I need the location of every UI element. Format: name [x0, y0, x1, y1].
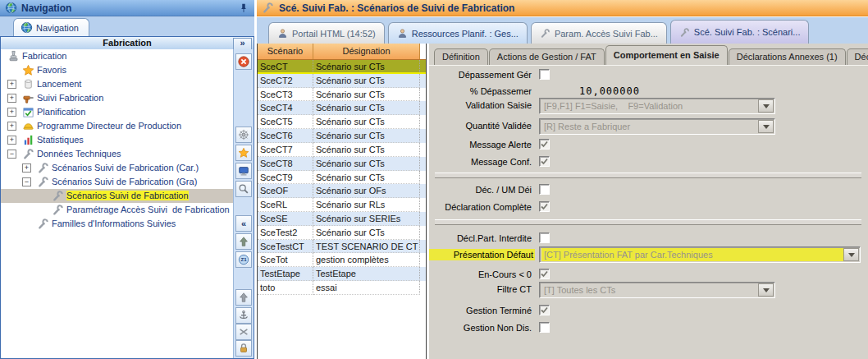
grid-row[interactable]: SceTotgestion complètes	[258, 253, 426, 267]
expand-toggle-icon[interactable]: +	[7, 80, 16, 89]
tree-item[interactable]: +Scénarios Suivi de Fabrication (Car.)	[1, 161, 233, 175]
tree-item-label: Scénarios Suivi de Fabrication (Gra)	[52, 177, 197, 186]
expand-toggle-icon[interactable]: +	[7, 136, 16, 145]
checkbox-checked[interactable]	[539, 201, 550, 212]
tree-item[interactable]: +Planification	[1, 105, 233, 119]
form-tab[interactable]: Déclarations	[847, 48, 868, 65]
dropdown-arrow-button[interactable]	[758, 283, 774, 297]
grid-row[interactable]: SceCT6Scénario sur CTs	[258, 129, 426, 143]
document-tab[interactable]: Portail HTML (14:52)	[268, 22, 385, 44]
expand-toggle-icon[interactable]: +	[7, 122, 16, 131]
checkbox-unchecked[interactable]	[539, 69, 550, 80]
tree-item[interactable]: Familles d'Informations Suivies	[1, 217, 233, 231]
arrow-up-gray-icon	[238, 292, 249, 303]
grid-row[interactable]: SceCT3Scénario sur CTs	[258, 88, 426, 102]
grid-row[interactable]: SceCT4Scénario sur CTs	[258, 101, 426, 115]
magnifier-button[interactable]	[235, 181, 252, 197]
dropdown-value: [R] Reste a Fabriquer	[541, 120, 759, 133]
grid-row[interactable]: SceTestCTTEST SCENARIO DE CT	[258, 240, 426, 254]
tab-navigation[interactable]: Navigation	[13, 18, 89, 36]
tree-item[interactable]: +Programme Directeur de Production	[1, 119, 233, 133]
grid-row[interactable]: SceCT7Scénario sur CTs	[258, 143, 426, 157]
lock-button[interactable]	[235, 340, 252, 357]
launch-icon	[22, 78, 34, 90]
wheel-button[interactable]	[235, 127, 252, 143]
zoom-z1-button[interactable]: Z1	[235, 251, 252, 268]
checkbox-unchecked[interactable]	[539, 184, 550, 195]
wrench-icon	[679, 27, 690, 38]
grid-cell-designation: Scénario sur CTs	[313, 226, 420, 240]
form-tab[interactable]: Comportement en Saisie	[605, 45, 728, 65]
document-tab[interactable]: Scé. Suivi Fab. : Scénari...	[670, 20, 810, 44]
tree-item[interactable]: Favoris	[1, 63, 233, 77]
checkbox-checked[interactable]	[539, 269, 550, 279]
form-tab[interactable]: Actions de Gestion / FAT	[489, 48, 605, 65]
navigation-title-bar: Navigation	[0, 0, 254, 16]
grid-row[interactable]: SceCTScénario sur CTs	[258, 60, 426, 74]
arrow-up-green-button[interactable]	[235, 233, 252, 250]
grid-cell-scenario: SceCT2	[258, 74, 313, 88]
pin-icon[interactable]	[238, 2, 249, 14]
grid-row[interactable]: SceCT5Scénario sur CTs	[258, 115, 426, 129]
grid-row[interactable]: SceCT2Scénario sur CTs	[258, 74, 426, 88]
chevrons-left-button[interactable]: «	[235, 215, 252, 232]
document-tab[interactable]: Ressources Planif. : Ges...	[388, 22, 528, 44]
dropdown-disabled[interactable]: [F9,F1] F1=Saisie, F9=Validation	[539, 98, 775, 114]
tree-item[interactable]: −Données Techniques	[1, 147, 233, 161]
wrench-icon	[52, 190, 64, 202]
expand-toggle-icon[interactable]: +	[7, 108, 16, 117]
arrow-up-gray-button[interactable]	[235, 289, 252, 306]
star-button[interactable]	[235, 145, 252, 161]
form-tab[interactable]: Définition	[434, 48, 488, 65]
close-red-button[interactable]	[235, 53, 252, 70]
anchor-icon	[238, 310, 249, 321]
expand-panel-button[interactable]: »	[233, 38, 252, 50]
tree-item[interactable]: +Suivi Fabrication	[1, 91, 233, 105]
dropdown-disabled[interactable]: [R] Reste a Fabriquer	[539, 118, 775, 135]
tree-item[interactable]: Paramétrage Accès Suivi de Fabrication	[1, 203, 233, 217]
x-mark-button[interactable]	[235, 324, 252, 340]
dropdown-arrow-button[interactable]	[758, 120, 774, 133]
scenario-form-panel: DéfinitionActions de Gestion / FATCompor…	[429, 44, 868, 359]
anchor-button[interactable]	[235, 307, 252, 324]
grid-column-header[interactable]: Scénario	[258, 44, 313, 59]
grid-row[interactable]: SceOFScénario sur OFs	[258, 184, 426, 198]
document-title-bar: Scé. Suivi Fab. : Scénarios de Suivi de …	[257, 0, 868, 16]
chevron-down-icon	[848, 253, 855, 257]
checkbox-checked[interactable]	[539, 139, 550, 150]
document-tab-label: Scé. Suivi Fab. : Scénari...	[694, 27, 801, 37]
tree-item[interactable]: Scénarios Suivi de Fabrication	[1, 189, 233, 203]
grid-cell-scenario: SceTest2	[258, 226, 313, 240]
checkbox-unchecked[interactable]	[539, 232, 550, 243]
grid-row[interactable]: SceTest2Scénario sur CTs	[258, 226, 426, 240]
checkbox-unchecked[interactable]	[539, 322, 550, 333]
grid-row[interactable]: TestEtapeTestEtape	[258, 267, 426, 281]
form-tab[interactable]: Déclarations Annexes (1)	[729, 48, 846, 65]
grid-row[interactable]: totoessai	[258, 281, 426, 295]
tree-item[interactable]: +Statistiques	[1, 133, 233, 147]
collapse-toggle-icon[interactable]: −	[22, 177, 31, 186]
tree-item[interactable]: +Lancement	[1, 77, 233, 91]
tree-item[interactable]: −Scénarios Suivi de Fabrication (Gra)	[1, 175, 233, 189]
grid-row[interactable]: SceRLScénario sur RLs	[258, 198, 426, 212]
grid-cell-designation: Scénario sur SERIEs	[313, 212, 420, 226]
wrench-icon	[22, 148, 34, 160]
expand-toggle-icon[interactable]: +	[22, 163, 31, 173]
dropdown-disabled[interactable]: [CT] Présentation FAT par Car.Techniques	[539, 246, 861, 263]
dropdown-disabled[interactable]: [T] Toutes les CTs	[539, 282, 775, 298]
globe-icon	[21, 21, 33, 34]
collapse-toggle-icon[interactable]: −	[7, 150, 16, 159]
expand-toggle-icon[interactable]: +	[7, 94, 16, 103]
checkbox-checked[interactable]	[539, 156, 550, 167]
grid-cell-scenario: SceSE	[258, 212, 313, 226]
dropdown-arrow-button[interactable]	[758, 99, 774, 113]
monitor-button[interactable]	[235, 163, 252, 179]
grid-column-header[interactable]: Désignation	[313, 44, 420, 59]
grid-row[interactable]: SceCT8Scénario sur CTs	[258, 157, 426, 171]
grid-row[interactable]: SceSEScénario sur SERIEs	[258, 212, 426, 226]
dropdown-arrow-button[interactable]	[843, 248, 859, 261]
tree-item[interactable]: Fabrication	[1, 49, 233, 63]
document-tab[interactable]: Param. Accès Suivi Fab...	[531, 22, 667, 44]
checkbox-checked[interactable]	[539, 305, 550, 315]
grid-row[interactable]: SceCT9Scénario sur CTs	[258, 171, 426, 185]
